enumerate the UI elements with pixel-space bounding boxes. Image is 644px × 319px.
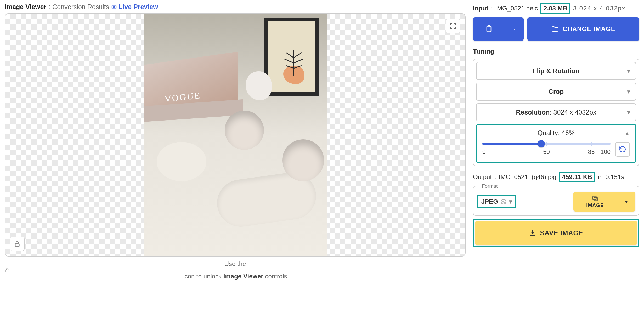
chevron-up-icon: ▴ [625,129,629,137]
quality-slider[interactable] [482,143,611,145]
clipboard-dropdown[interactable] [505,27,524,31]
no-transparency-icon [501,199,506,204]
crop-section[interactable]: Crop ▾ [476,83,636,101]
input-dimensions: 3 024 x 4 032px [573,5,626,12]
svg-point-1 [113,6,115,8]
tuning-heading: Tuning [473,48,639,55]
flip-rotation-section[interactable]: Flip & Rotation ▾ [476,62,636,80]
slider-thumb[interactable] [538,140,545,147]
viewer-subtitle: Conversion Results [52,3,109,11]
chevron-down-icon: ▾ [627,109,630,116]
slider-labels: 0 50 85 100 [482,149,611,156]
fullscreen-button[interactable] [446,19,460,33]
reset-quality-button[interactable] [615,142,630,157]
output-info: Output: IMG_0521_(q46).jpg 459.11 KB in … [473,172,639,182]
change-image-button[interactable]: CHANGE IMAGE [527,17,639,41]
input-filename: IMG_0521.heic [495,5,538,12]
svg-rect-0 [112,5,116,9]
svg-rect-6 [594,197,597,201]
save-image-button[interactable]: SAVE IMAGE [475,221,637,245]
output-time: 0.151s [605,173,624,181]
viewer-title: Image Viewer [5,3,46,11]
reset-icon [619,146,626,153]
chevron-down-icon: ▾ [625,198,628,205]
chevron-down-icon: ▾ [627,67,630,75]
svg-rect-2 [15,244,19,247]
quality-value: 46% [562,129,575,136]
output-filename: IMG_0521_(q46).jpg [499,173,556,181]
live-preview-toggle[interactable]: Live Preview [111,3,158,11]
lock-button[interactable] [10,237,25,251]
chevron-down-icon: ▾ [627,88,630,95]
copy-image-button[interactable]: IMAGE ▾ [573,192,635,212]
resolution-section[interactable]: Resolution: 3024 x 4032px ▾ [476,103,636,121]
copy-icon [592,195,598,202]
clipboard-icon [485,25,493,33]
format-legend: Format [480,183,500,189]
chevron-down-icon [512,27,517,31]
lock-icon [5,267,10,273]
input-size: 2.03 MB [540,3,570,14]
viewer-hint: Use the icon to unlock Image Viewer cont… [5,260,466,280]
lock-icon [14,241,21,247]
preview-image: VOGUE [144,14,327,256]
image-viewer: VOGUE [5,13,466,257]
quality-section: Quality: 46% ▴ 0 50 [476,124,636,163]
format-panel: Format JPEG ▾ IMAGE ▾ [473,186,639,216]
output-size: 459.11 KB [559,172,595,182]
preview-icon [111,4,117,10]
chevron-down-icon: ▾ [509,198,512,205]
fullscreen-icon [449,22,457,30]
input-info: Input: IMG_0521.heic 2.03 MB 3 024 x 4 0… [473,3,639,14]
clipboard-button[interactable] [473,17,524,41]
svg-rect-7 [593,196,596,200]
svg-rect-3 [6,270,9,272]
copy-image-dropdown[interactable]: ▾ [617,198,635,205]
tuning-panel: Flip & Rotation ▾ Crop ▾ Resolution: 302… [473,59,639,166]
format-select[interactable]: JPEG ▾ [477,195,516,208]
folder-icon [551,25,559,33]
viewer-header: Image Viewer: Conversion Results Live Pr… [5,3,466,11]
download-icon [529,229,536,237]
